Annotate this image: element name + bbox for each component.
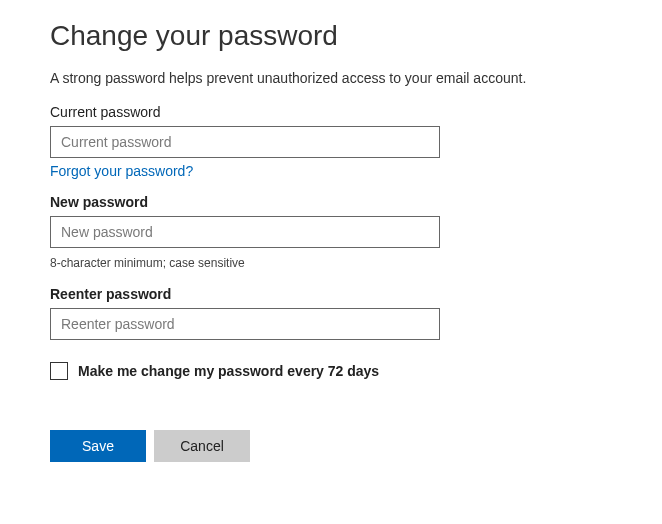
subtitle-text: A strong password helps prevent unauthor… — [50, 70, 662, 86]
reenter-password-label: Reenter password — [50, 286, 662, 302]
new-password-group: New password 8-character minimum; case s… — [50, 194, 662, 270]
new-password-label: New password — [50, 194, 662, 210]
password-hint: 8-character minimum; case sensitive — [50, 256, 662, 270]
force-change-label: Make me change my password every 72 days — [78, 363, 379, 379]
reenter-password-group: Reenter password — [50, 286, 662, 340]
force-change-row: Make me change my password every 72 days — [50, 362, 662, 380]
new-password-input[interactable] — [50, 216, 440, 248]
force-change-checkbox[interactable] — [50, 362, 68, 380]
current-password-label: Current password — [50, 104, 662, 120]
current-password-group: Current password Forgot your password? — [50, 104, 662, 180]
button-row: Save Cancel — [50, 430, 662, 462]
cancel-button[interactable]: Cancel — [154, 430, 250, 462]
page-title: Change your password — [50, 20, 662, 52]
save-button[interactable]: Save — [50, 430, 146, 462]
current-password-input[interactable] — [50, 126, 440, 158]
forgot-password-link[interactable]: Forgot your password? — [50, 163, 193, 179]
reenter-password-input[interactable] — [50, 308, 440, 340]
